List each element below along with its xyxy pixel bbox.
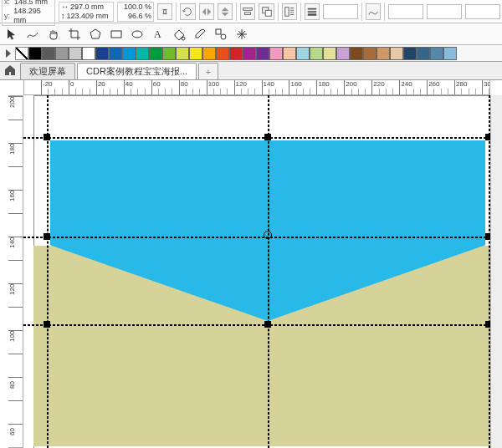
selection-guide-mid — [23, 237, 490, 238]
home-icon[interactable] — [3, 64, 17, 77]
swatch[interactable] — [202, 47, 216, 60]
handle-bm[interactable] — [264, 321, 271, 328]
center-marker[interactable] — [264, 231, 272, 239]
swatch[interactable] — [109, 47, 122, 60]
svg-point-6 — [132, 31, 142, 38]
swatch[interactable] — [216, 47, 229, 60]
swatch[interactable] — [363, 47, 376, 60]
wrap-icon — [284, 6, 295, 18]
style-dropdown-3[interactable] — [465, 4, 500, 19]
swatch[interactable] — [403, 47, 417, 60]
mirror-h-icon — [201, 6, 213, 18]
bucket-icon — [172, 28, 186, 41]
style-dropdown-1[interactable] — [388, 4, 423, 19]
hand-icon — [47, 28, 60, 41]
selection-guide-center — [268, 95, 269, 448]
swatch[interactable] — [82, 47, 95, 60]
rectangle-tool[interactable] — [108, 26, 125, 43]
style-dropdown-2[interactable] — [427, 4, 462, 19]
swatch[interactable] — [189, 47, 202, 60]
tab-add[interactable]: + — [198, 63, 218, 79]
vertical-scrollbar[interactable] — [490, 95, 502, 448]
swatch[interactable] — [323, 47, 336, 60]
shape-tool[interactable] — [213, 26, 229, 43]
swatch[interactable] — [136, 47, 149, 60]
pos-y[interactable]: 148.295 mm — [13, 7, 53, 25]
wrap-button[interactable] — [282, 3, 297, 20]
mirror-h-button[interactable] — [199, 3, 214, 20]
outline-width-dropdown[interactable] — [323, 4, 358, 19]
polygon-tool[interactable] — [87, 26, 104, 43]
mirror-v-icon — [219, 6, 231, 18]
freehand-tool[interactable] — [24, 26, 41, 43]
mirror-v-button[interactable] — [218, 3, 233, 20]
swatch[interactable] — [162, 47, 176, 60]
order-button[interactable] — [259, 3, 274, 20]
selection-edge-bottom — [23, 324, 490, 326]
handle-tm[interactable] — [264, 134, 271, 140]
canvas[interactable] — [23, 95, 490, 448]
vertical-ruler[interactable]: 2001801601401201008060 — [8, 95, 23, 448]
swatch[interactable] — [256, 47, 269, 60]
swatch[interactable] — [149, 47, 162, 60]
eyedropper-tool[interactable] — [192, 26, 208, 43]
obj-width[interactable]: 297.0 mm — [70, 3, 104, 12]
swatch[interactable] — [350, 47, 363, 60]
ellipse-icon — [131, 28, 144, 41]
swatch[interactable] — [42, 47, 55, 60]
tab-welcome[interactable]: 欢迎屏幕 — [20, 63, 75, 79]
scale-x[interactable]: 100.0 % — [120, 3, 151, 12]
handle-bl[interactable] — [44, 321, 50, 328]
hand-tool[interactable] — [45, 26, 62, 43]
swatch[interactable] — [229, 47, 243, 60]
selection-edge-top — [23, 137, 490, 139]
swatch[interactable] — [296, 47, 310, 60]
fill-tool[interactable] — [171, 26, 187, 43]
swatch[interactable] — [243, 47, 256, 60]
obj-height[interactable]: 123.409 mm — [67, 12, 109, 21]
shapes-icon — [214, 28, 228, 41]
handle-tl[interactable] — [44, 134, 50, 140]
crop-tool[interactable] — [66, 26, 83, 43]
horizontal-ruler[interactable]: -200204060801001201401601802002202402602… — [23, 80, 490, 95]
ellipse-tool[interactable] — [129, 26, 146, 43]
swatch[interactable] — [310, 47, 323, 60]
swatch[interactable] — [95, 47, 109, 60]
swatch[interactable] — [122, 47, 136, 60]
scale-y[interactable]: 96.6 % — [120, 12, 151, 21]
outline-width-button[interactable] — [305, 3, 320, 20]
pick-tool[interactable] — [3, 26, 20, 43]
link-icon — [159, 6, 171, 18]
swatch[interactable] — [336, 47, 350, 60]
no-color-swatch[interactable] — [15, 47, 28, 60]
text-tool[interactable]: A — [150, 26, 166, 43]
swatch[interactable] — [390, 47, 403, 60]
swatch[interactable] — [55, 47, 69, 60]
document-tabs: 欢迎屏幕 CDR案例教程宝宝海报... + — [0, 62, 502, 80]
swatch[interactable] — [443, 47, 457, 60]
swatch[interactable] — [417, 47, 430, 60]
align-button[interactable] — [240, 3, 255, 20]
lock-ratio-button[interactable] — [157, 3, 172, 20]
swatch[interactable] — [69, 47, 82, 60]
polygon-icon — [89, 28, 102, 41]
convert-curve-button[interactable] — [366, 3, 381, 20]
selection-edge-left — [47, 95, 49, 448]
palette-menu-button[interactable] — [2, 47, 15, 60]
position-readout: x:148.5 mm y:148.295 mm — [2, 0, 55, 26]
effects-tool[interactable] — [233, 26, 250, 43]
swatch[interactable] — [176, 47, 189, 60]
svg-rect-3 — [265, 10, 271, 16]
handle-ml[interactable] — [44, 233, 50, 240]
pos-x[interactable]: 148.5 mm — [14, 0, 48, 7]
swatch[interactable] — [283, 47, 296, 60]
swatch[interactable] — [28, 47, 42, 60]
crop-icon — [68, 28, 81, 41]
tab-document[interactable]: CDR案例教程宝宝海报... — [77, 63, 197, 79]
rotate-field[interactable] — [180, 3, 195, 20]
align-icon — [242, 6, 254, 18]
swatch[interactable] — [376, 47, 390, 60]
chevron-right-icon — [2, 47, 15, 60]
swatch[interactable] — [430, 47, 443, 60]
swatch[interactable] — [269, 47, 283, 60]
